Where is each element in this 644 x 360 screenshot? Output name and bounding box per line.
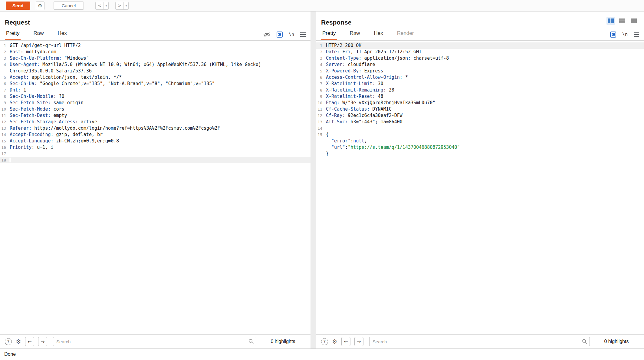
back-arrow-icon[interactable]: < <box>96 2 104 9</box>
request-next-match-button[interactable]: → <box>38 337 47 346</box>
line-number: 1 <box>0 42 10 49</box>
request-search-field-wrap <box>53 337 256 346</box>
code-line: 1HTTP/2 200 OK <box>316 42 644 49</box>
request-tab-hex[interactable]: Hex <box>56 30 68 40</box>
request-searchbar: ? ⚙ ← → 0 highlights <box>0 334 310 348</box>
line-content: Server: cloudflare <box>326 62 644 68</box>
line-number: 3 <box>0 55 10 62</box>
line-content: Sec-Fetch-Mode: cors <box>10 106 310 112</box>
line-content: Access-Control-Allow-Origin: * <box>326 74 644 81</box>
request-search-input[interactable] <box>53 337 256 346</box>
cancel-button[interactable]: Cancel <box>54 2 84 10</box>
line-content: Sec-Ch-Ua-Mobile: ?0 <box>10 93 310 100</box>
line-number: 10 <box>316 100 326 106</box>
response-tab-hex[interactable]: Hex <box>373 30 384 40</box>
line-number: 13 <box>0 125 10 132</box>
request-editor-menu-button[interactable] <box>300 32 306 37</box>
line-content: Referer: https://mollydo.com/login/home?… <box>10 125 310 132</box>
response-search-input[interactable] <box>369 337 590 346</box>
search-icon[interactable] <box>582 339 587 344</box>
code-line: 12Sec-Fetch-Storage-Access: active <box>0 119 310 125</box>
request-panel-title: Request <box>0 12 310 28</box>
hamburger-icon <box>634 32 639 37</box>
request-search-help-button[interactable]: ? <box>5 338 12 345</box>
response-prev-match-button[interactable]: ← <box>341 337 350 346</box>
status-bar: Done <box>0 349 644 360</box>
line-content: Alt-Svc: h3=":443"; ma=86400 <box>326 119 644 125</box>
request-tab-raw[interactable]: Raw <box>32 30 45 40</box>
search-icon[interactable] <box>248 339 254 344</box>
response-tab-render[interactable]: Render <box>396 30 415 40</box>
request-tab-pretty[interactable]: Pretty <box>5 30 21 40</box>
code-line: 12Cf-Ray: 92ec1c6c4a30eaf2-DFW <box>316 112 644 119</box>
pretty-print-button[interactable] <box>610 32 616 38</box>
line-content: Dnt: 1 <box>10 87 310 93</box>
response-highlight-count: 0 highlights <box>594 339 639 344</box>
response-next-match-button[interactable]: → <box>354 337 363 346</box>
newline-toggle-button[interactable]: \n <box>289 32 294 37</box>
code-line: 13Alt-Svc: h3=":443"; ma=86400 <box>316 119 644 125</box>
response-tab-pretty[interactable]: Pretty <box>321 30 337 40</box>
history-back-button[interactable]: < ▾ <box>95 2 109 10</box>
forward-arrow-icon[interactable]: > <box>116 2 123 9</box>
line-content: Cf-Ray: 92ec1c6c4a30eaf2-DFW <box>326 112 644 119</box>
line-number: 8 <box>316 87 326 93</box>
line-number: 12 <box>0 119 10 125</box>
help-icon: ? <box>324 339 326 344</box>
layout-columns-button[interactable] <box>606 17 615 25</box>
response-search-settings-button[interactable]: ⚙ <box>332 338 337 345</box>
layout-rows-button[interactable] <box>618 17 626 25</box>
line-number: 15 <box>0 138 10 144</box>
code-line: 14Accept-Encoding: gzip, deflate, br <box>0 132 310 138</box>
code-line: 8Sec-Ch-Ua-Mobile: ?0 <box>0 93 310 100</box>
response-tabbar: Pretty Raw Hex Render \n <box>316 28 644 41</box>
back-dropdown-button[interactable]: ▾ <box>104 2 108 9</box>
line-content: Accept-Encoding: gzip, deflate, br <box>10 132 310 138</box>
single-layout-icon <box>630 18 637 24</box>
code-line: 10Etag: W/"3e-vXxjQprqRzbnjHvaIka3SmL0u7… <box>316 100 644 106</box>
newline-toggle-button[interactable]: \n <box>622 32 628 37</box>
code-line: 7Dnt: 1 <box>0 87 310 93</box>
line-content: Sec-Fetch-Dest: empty <box>10 112 310 119</box>
line-number: 3 <box>316 55 326 62</box>
response-editor-menu-button[interactable] <box>634 32 639 37</box>
response-editor[interactable]: 1HTTP/2 200 OK2Date: Fri, 11 Apr 2025 17… <box>316 41 644 334</box>
line-content: HTTP/2 200 OK <box>326 42 644 49</box>
response-search-help-button[interactable]: ? <box>321 338 328 345</box>
line-number: 12 <box>316 112 326 119</box>
response-tab-raw[interactable]: Raw <box>348 30 361 40</box>
code-line: 9X-Ratelimit-Reset: 48 <box>316 93 644 100</box>
request-prev-match-button[interactable]: ← <box>25 337 34 346</box>
line-content: Etag: W/"3e-vXxjQprqRzbnjHvaIka3SmL0u70" <box>326 100 644 106</box>
line-number: 18 <box>0 157 10 163</box>
history-forward-button[interactable]: > ▾ <box>115 2 129 10</box>
request-editor[interactable]: 1GET /api/get-qr-url HTTP/22Host: mollyd… <box>0 41 310 334</box>
send-button[interactable]: Send <box>6 2 30 10</box>
code-line: 8X-Ratelimit-Remaining: 28 <box>316 87 644 93</box>
line-number: 15 <box>316 132 326 157</box>
newline-icon: \n <box>622 32 628 37</box>
line-content <box>10 151 310 157</box>
eye-slash-icon <box>263 32 271 37</box>
code-line: 16Priority: u=1, i <box>0 144 310 151</box>
code-line: 14 <box>316 125 644 132</box>
line-number: 9 <box>316 93 326 100</box>
forward-dropdown-button[interactable]: ▾ <box>123 2 128 9</box>
layout-switcher <box>606 17 638 25</box>
line-number: 1 <box>316 42 326 49</box>
line-number: 4 <box>316 62 326 68</box>
pretty-print-button[interactable] <box>277 32 283 38</box>
line-number: 6 <box>316 74 326 81</box>
line-content: X-Ratelimit-Reset: 48 <box>326 93 644 100</box>
toggle-nonprintable-button[interactable] <box>263 32 271 37</box>
line-content <box>10 157 310 163</box>
line-number: 10 <box>0 106 10 112</box>
request-settings-button[interactable]: ⚙ <box>36 2 44 10</box>
request-highlight-count: 0 highlights <box>260 339 306 344</box>
request-search-settings-button[interactable]: ⚙ <box>16 338 21 345</box>
code-line: 11Cf-Cache-Status: DYNAMIC <box>316 106 644 112</box>
layout-single-button[interactable] <box>629 17 638 25</box>
request-panel: Request Pretty Raw Hex <box>0 12 310 348</box>
code-line: 13Referer: https://mollydo.com/login/hom… <box>0 125 310 132</box>
panel-splitter[interactable] <box>310 12 316 348</box>
